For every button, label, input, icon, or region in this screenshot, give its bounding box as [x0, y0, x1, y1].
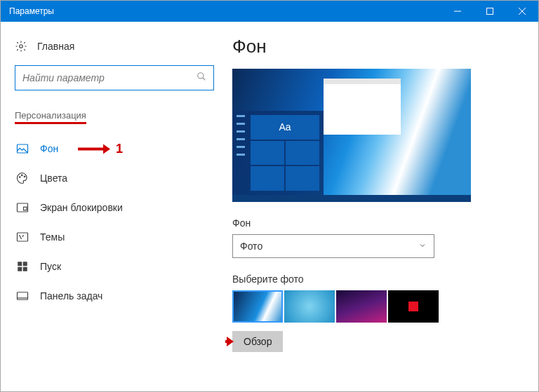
svg-rect-15	[23, 262, 27, 266]
window-title: Параметры	[9, 6, 54, 16]
sidebar-item-start[interactable]: Пуск	[15, 252, 218, 281]
sidebar-item-label: Фон	[40, 143, 58, 154]
search-input[interactable]	[22, 72, 197, 83]
titlebar-buttons	[441, 1, 538, 22]
svg-point-10	[24, 176, 25, 177]
sidebar-item-taskbar[interactable]: Панель задач	[15, 281, 218, 311]
desktop-preview: Aa	[232, 69, 471, 202]
photo-thumb-4[interactable]	[388, 290, 439, 323]
themes-icon	[16, 231, 29, 243]
sidebar-item-lockscreen[interactable]: Экран блокировки	[15, 193, 218, 222]
sidebar: Главная Персонализация Фон 1	[1, 22, 225, 391]
svg-rect-16	[18, 267, 22, 271]
search-box[interactable]	[15, 65, 214, 90]
svg-rect-17	[23, 267, 27, 271]
image-icon	[16, 142, 29, 155]
lockscreen-icon	[16, 201, 29, 214]
chevron-down-icon	[418, 241, 427, 252]
svg-line-6	[203, 78, 206, 81]
photo-thumbnails	[232, 290, 517, 323]
category-label: Персонализация	[15, 110, 86, 124]
sidebar-item-label: Экран блокировки	[40, 202, 123, 213]
sidebar-item-label: Панель задач	[40, 290, 102, 302]
home-label: Главная	[37, 41, 74, 52]
preview-start-menu: Aa	[232, 111, 324, 195]
svg-point-5	[198, 73, 204, 79]
preview-tile-aa: Aa	[251, 115, 319, 140]
close-icon	[519, 8, 526, 15]
sidebar-item-label: Темы	[40, 231, 65, 243]
preview-sample-window	[324, 79, 401, 135]
svg-point-4	[20, 45, 23, 48]
minimize-button[interactable]	[441, 1, 474, 22]
svg-point-8	[20, 177, 21, 178]
annotation-2: 2	[225, 334, 227, 349]
preview-taskbar	[232, 195, 471, 202]
sidebar-item-themes[interactable]: Темы	[15, 222, 218, 252]
arrow-icon	[225, 340, 227, 343]
svg-rect-18	[18, 292, 28, 300]
svg-point-9	[22, 175, 23, 176]
sidebar-item-background[interactable]: Фон 1	[15, 134, 218, 163]
nav-list: Фон 1 Цвета Экран блокировки	[15, 134, 218, 311]
page-title: Фон	[232, 36, 517, 58]
background-label: Фон	[232, 217, 517, 229]
main-panel: Фон Aa Фон Фото Выберите фото	[225, 22, 538, 391]
palette-icon	[16, 172, 29, 184]
sidebar-item-colors[interactable]: Цвета	[15, 163, 218, 193]
svg-rect-12	[24, 207, 27, 210]
sidebar-item-label: Пуск	[40, 261, 61, 272]
photo-thumb-2[interactable]	[284, 290, 335, 323]
dropdown-value: Фото	[240, 241, 262, 252]
titlebar: Параметры	[1, 1, 538, 22]
maximize-icon	[486, 8, 493, 15]
maximize-button[interactable]	[474, 1, 506, 22]
taskbar-icon	[16, 290, 29, 302]
search-icon	[197, 72, 206, 84]
choose-photo-label: Выберите фото	[232, 273, 517, 285]
minimize-icon	[454, 8, 461, 15]
browse-button[interactable]: Обзор	[232, 331, 283, 352]
sidebar-item-label: Цвета	[40, 173, 67, 184]
photo-thumb-3[interactable]	[336, 290, 387, 323]
arrow-icon	[78, 147, 103, 150]
gear-icon	[15, 40, 27, 53]
svg-rect-1	[487, 8, 493, 15]
background-dropdown[interactable]: Фото	[232, 234, 434, 258]
svg-rect-14	[18, 262, 22, 266]
home-link[interactable]: Главная	[15, 36, 218, 57]
annotation-1: 1	[78, 142, 123, 156]
photo-thumb-1[interactable]	[232, 290, 283, 323]
start-icon	[16, 260, 29, 273]
close-button[interactable]	[506, 1, 538, 22]
